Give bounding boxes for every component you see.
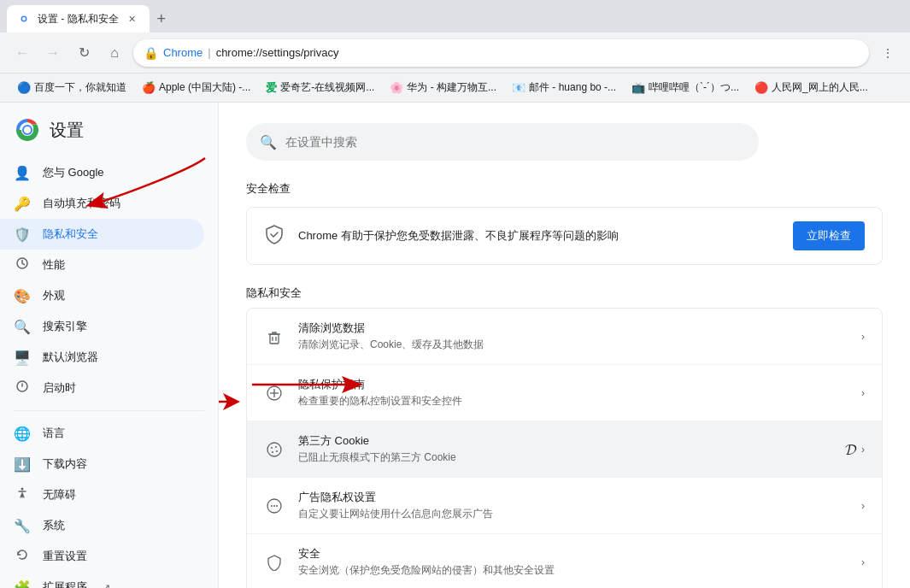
bookmark-apple[interactable]: 🍎 Apple (中国大陆) -... — [135, 78, 257, 98]
baidu-icon: 🔵 — [17, 81, 31, 94]
bookmark-bilibili[interactable]: 📺 哔哩哔哩（`-´）つ... — [625, 78, 746, 98]
search-bar: 🔍 — [246, 123, 759, 161]
sidebar-label-accessibility: 无障碍 — [43, 487, 76, 503]
extensions-icon: 🧩 — [14, 579, 31, 589]
lock-icon: 🔒 — [144, 46, 158, 60]
sidebar-item-startup[interactable]: 启动时 — [0, 373, 204, 403]
ad-privacy-text: 广告隐私权设置 自定义要让网站使用什么信息向您展示广告 — [298, 490, 848, 521]
sidebar-item-accessibility[interactable]: 无障碍 — [0, 479, 204, 510]
bookmark-label: 哔哩哔哩（`-´）つ... — [649, 80, 739, 95]
sidebar-logo: 设置 — [0, 116, 218, 157]
sidebar-item-extensions[interactable]: 🧩 扩展程序 ↗ — [0, 572, 204, 588]
privacy-item-guide[interactable]: 隐私保护指南 检查重要的隐私控制设置和安全控件 › — [247, 365, 882, 421]
sidebar-item-system[interactable]: 🔧 系统 — [0, 510, 204, 541]
reset-icon — [14, 548, 31, 565]
sidebar-label-language: 语言 — [43, 426, 65, 441]
apple-icon: 🍎 — [142, 81, 156, 94]
clear-data-subtitle: 清除浏览记录、Cookie、缓存及其他数据 — [298, 338, 848, 352]
sidebar-item-google[interactable]: 👤 您与 Google — [0, 157, 204, 188]
chevron-right-icon-5: › — [861, 556, 865, 568]
sidebar-item-downloads[interactable]: ⬇️ 下载内容 — [0, 449, 204, 479]
bookmark-huawei[interactable]: 🌸 华为 - 构建万物互... — [383, 78, 503, 98]
autofill-icon: 🔑 — [14, 196, 31, 212]
sidebar-item-browser[interactable]: 🖥️ 默认浏览器 — [0, 342, 204, 373]
ad-privacy-subtitle: 自定义要让网站使用什么信息向您展示广告 — [298, 507, 848, 521]
brand-label: Chrome — [163, 46, 203, 59]
profile-button[interactable]: ⋮ — [876, 41, 900, 65]
sidebar-label-reset: 重置设置 — [43, 549, 87, 564]
search-icon: 🔍 — [260, 134, 277, 150]
bookmark-baidu[interactable]: 🔵 百度一下，你就知道 — [10, 78, 133, 98]
bookmark-iqiyi[interactable]: 爱 爱奇艺-在线视频网... — [259, 78, 381, 98]
sidebar-item-reset[interactable]: 重置设置 — [0, 541, 204, 572]
external-link-icon: ↗ — [103, 582, 110, 589]
bookmark-mail[interactable]: 📧 邮件 - huang bo -... — [505, 78, 623, 98]
cookies-subtitle: 已阻止无痕模式下的第三方 Cookie — [298, 450, 848, 465]
new-tab-button[interactable]: + — [150, 7, 173, 31]
cookie-icon — [264, 439, 285, 460]
sidebar: 设置 👤 您与 Google 🔑 自动填充和密码 🛡️ 隐私和安全 性能 🎨 外… — [0, 103, 219, 588]
tab-title: 设置 - 隐私和安全 — [38, 12, 119, 26]
bookmark-label: Apple (中国大陆) -... — [159, 80, 250, 95]
svg-point-1 — [22, 17, 26, 21]
chevron-right-icon-3: › — [861, 444, 865, 456]
sidebar-label-extensions: 扩展程序 — [43, 579, 87, 588]
search-input[interactable] — [285, 135, 745, 149]
security-title: 安全 — [298, 546, 848, 562]
sidebar-item-language[interactable]: 🌐 语言 — [0, 418, 204, 449]
address-separator: | — [208, 46, 210, 59]
svg-point-20 — [272, 451, 273, 453]
sidebar-divider — [14, 410, 204, 411]
security-text: 安全 安全浏览（保护您免受危险网站的侵害）和其他安全设置 — [298, 546, 848, 578]
back-button[interactable]: ← — [10, 41, 34, 65]
privacy-item-cookies[interactable]: 第三方 Cookie 已阻止无痕模式下的第三方 Cookie › 𝓓 — [247, 421, 882, 478]
reload-button[interactable]: ↻ — [72, 41, 96, 65]
sidebar-item-appearance[interactable]: 🎨 外观 — [0, 280, 204, 311]
privacy-item-ad-privacy[interactable]: 广告隐私权设置 自定义要让网站使用什么信息向您展示广告 › — [247, 478, 882, 534]
tab-favicon — [17, 12, 31, 26]
iqiyi-icon: 爱 — [266, 80, 277, 96]
shield-icon: 🛡️ — [14, 226, 31, 243]
active-tab[interactable]: 设置 - 隐私和安全 ✕ — [7, 5, 150, 32]
sidebar-label-privacy: 隐私和安全 — [43, 226, 98, 242]
safety-shield-icon — [264, 224, 285, 249]
bookmark-label: 爱奇艺-在线视频网... — [280, 80, 374, 95]
safety-description: Chrome 有助于保护您免受数据泄露、不良扩展程序等问题的影响 — [298, 228, 779, 244]
tab-bar: 设置 - 隐私和安全 ✕ + — [0, 0, 910, 32]
search-engine-icon: 🔍 — [14, 319, 31, 335]
clear-data-title: 清除浏览数据 — [298, 320, 848, 336]
check-now-button[interactable]: 立即检查 — [793, 221, 865, 250]
forward-button[interactable]: → — [41, 41, 65, 65]
home-button[interactable]: ⌂ — [103, 41, 126, 65]
svg-point-21 — [276, 450, 278, 452]
chrome-logo-icon — [14, 116, 41, 144]
person-icon: 👤 — [14, 165, 31, 181]
sidebar-label-performance: 性能 — [43, 257, 65, 273]
cookies-text: 第三方 Cookie 已阻止无痕模式下的第三方 Cookie — [298, 433, 848, 465]
privacy-item-security[interactable]: 安全 安全浏览（保护您免受危险网站的侵害）和其他安全设置 › — [247, 534, 882, 588]
sidebar-item-performance[interactable]: 性能 — [0, 250, 204, 280]
sidebar-item-privacy[interactable]: 🛡️ 隐私和安全 — [0, 219, 204, 250]
address-input[interactable]: 🔒 Chrome | chrome://settings/privacy — [133, 39, 869, 67]
chevron-right-icon-4: › — [861, 500, 865, 512]
guide-title: 隐私保护指南 — [298, 377, 848, 392]
privacy-item-clear-data[interactable]: 清除浏览数据 清除浏览记录、Cookie、缓存及其他数据 › — [247, 309, 882, 365]
ad-privacy-icon — [264, 496, 285, 516]
bookmark-label: 邮件 - huang bo -... — [529, 80, 616, 95]
tab-close-btn[interactable]: ✕ — [126, 12, 139, 26]
sidebar-title: 设置 — [50, 119, 84, 142]
bookmark-label: 华为 - 构建万物互... — [407, 80, 496, 95]
system-icon: 🔧 — [14, 518, 31, 534]
guide-icon — [264, 383, 285, 403]
address-bar: ← → ↻ ⌂ 🔒 Chrome | chrome://settings/pri… — [0, 32, 910, 74]
language-icon: 🌐 — [14, 426, 31, 442]
content-area: 🔍 安全检查 Chrome 有助于保护您免受数据泄露、不良扩展程序等问题的影响 … — [219, 103, 910, 588]
sidebar-label-appearance: 外观 — [43, 288, 65, 303]
sidebar-item-search[interactable]: 🔍 搜索引擎 — [0, 311, 204, 342]
bookmark-peoples[interactable]: 🔴 人民网_网上的人民... — [748, 78, 875, 98]
sidebar-label-downloads: 下载内容 — [43, 456, 87, 472]
sidebar-label-google: 您与 Google — [43, 165, 104, 180]
sidebar-item-autofill[interactable]: 🔑 自动填充和密码 — [0, 188, 204, 219]
svg-point-8 — [21, 488, 24, 491]
safety-card: Chrome 有助于保护您免受数据泄露、不良扩展程序等问题的影响 立即检查 — [246, 207, 883, 265]
